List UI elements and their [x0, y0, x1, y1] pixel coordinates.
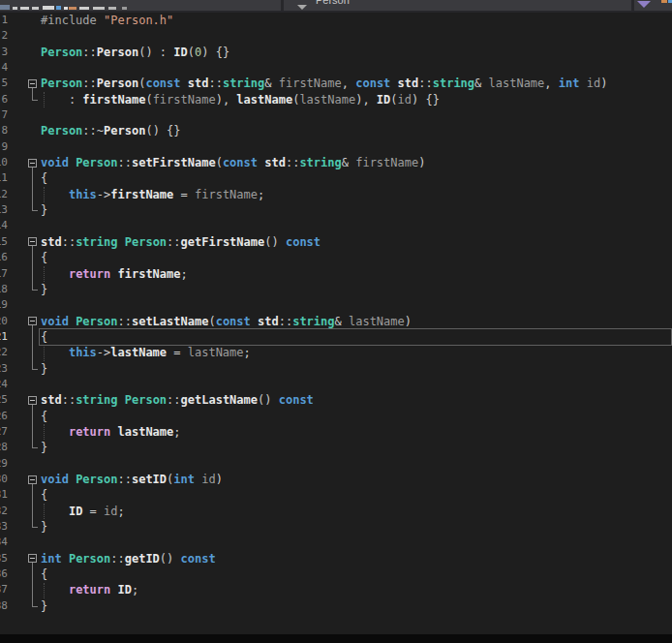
fold-collapse-button[interactable]	[28, 475, 37, 484]
line-number[interactable]: 38	[0, 598, 10, 614]
fold-margin[interactable]	[10, 424, 41, 440]
fold-margin[interactable]	[10, 297, 41, 313]
fold-collapse-button[interactable]	[28, 237, 37, 246]
line-number[interactable]: 24	[0, 377, 10, 392]
line-number[interactable]: 27	[0, 424, 10, 440]
line-number[interactable]: 26	[0, 409, 10, 424]
fold-margin[interactable]	[10, 566, 41, 582]
line-number[interactable]: 36	[0, 566, 10, 582]
code-line[interactable]: 13}	[0, 202, 672, 218]
fold-margin[interactable]	[10, 139, 41, 155]
code-line[interactable]: 16{	[0, 250, 672, 265]
member-dropdown[interactable]	[635, 0, 672, 11]
code-line[interactable]: 25std::string Person::getLastName() cons…	[0, 392, 672, 408]
line-number[interactable]: 30	[0, 472, 10, 487]
line-number[interactable]: 19	[0, 297, 10, 313]
line-number[interactable]: 33	[0, 519, 10, 535]
line-number[interactable]: 20	[0, 314, 10, 329]
fold-margin[interactable]	[10, 107, 41, 123]
code-line[interactable]: 8Person::~Person() {}	[0, 123, 672, 138]
line-number[interactable]: 10	[0, 155, 10, 170]
line-number[interactable]: 11	[0, 170, 10, 186]
code-lines[interactable]: 1#include "Person.h"23Person::Person() :…	[0, 13, 672, 614]
code-line[interactable]: 19	[0, 297, 672, 313]
code-line[interactable]: 24	[0, 377, 672, 392]
fold-margin[interactable]	[10, 187, 41, 202]
line-number[interactable]: 13	[0, 202, 10, 218]
fold-collapse-button[interactable]	[28, 79, 37, 88]
line-number[interactable]: 28	[0, 440, 10, 455]
code-line[interactable]: 34	[0, 535, 672, 550]
fold-margin[interactable]	[10, 345, 41, 360]
code-line[interactable]: 6 : firstName(firstName), lastName(lastN…	[0, 92, 672, 107]
code-line[interactable]: 35int Person::getID() const	[0, 551, 672, 566]
fold-margin[interactable]	[10, 487, 41, 503]
code-line[interactable]: 32 ID = id;	[0, 504, 672, 519]
fold-margin[interactable]	[10, 60, 41, 76]
fold-margin[interactable]	[10, 582, 41, 597]
fold-margin[interactable]	[10, 45, 41, 60]
fold-margin[interactable]	[10, 13, 41, 28]
fold-margin[interactable]	[10, 504, 41, 519]
code-line[interactable]: 5Person::Person(const std::string& first…	[0, 76, 672, 91]
line-number[interactable]: 16	[0, 250, 10, 265]
code-line[interactable]: 21{	[0, 329, 672, 345]
fold-margin[interactable]	[10, 218, 41, 233]
fold-margin[interactable]	[10, 28, 41, 44]
code-line[interactable]: 20void Person::setLastName(const std::st…	[0, 314, 672, 329]
code-line[interactable]: 10void Person::setFirstName(const std::s…	[0, 155, 672, 170]
line-number[interactable]: 9	[0, 139, 10, 155]
line-number[interactable]: 14	[0, 218, 10, 233]
code-line[interactable]: 33}	[0, 519, 672, 535]
code-line[interactable]: 30void Person::setID(int id)	[0, 472, 672, 487]
line-number[interactable]: 1	[0, 13, 10, 28]
code-line[interactable]: 9	[0, 139, 672, 155]
line-number[interactable]: 4	[0, 60, 10, 76]
class-dropdown[interactable]: Person	[290, 0, 629, 11]
line-number[interactable]: 29	[0, 456, 10, 472]
fold-margin[interactable]	[10, 409, 41, 424]
fold-collapse-button[interactable]	[28, 317, 37, 325]
line-number[interactable]: 7	[0, 107, 10, 123]
line-number[interactable]: 23	[0, 361, 10, 377]
line-number[interactable]: 35	[0, 551, 10, 566]
fold-margin[interactable]	[10, 123, 41, 138]
code-line[interactable]: 1#include "Person.h"	[0, 13, 672, 28]
fold-margin[interactable]	[10, 250, 41, 265]
code-line[interactable]: 27 return lastName;	[0, 424, 672, 440]
code-line[interactable]: 18}	[0, 282, 672, 297]
code-line[interactable]: 37 return ID;	[0, 582, 672, 597]
line-number[interactable]: 15	[0, 234, 10, 250]
fold-collapse-button[interactable]	[28, 554, 37, 563]
line-number[interactable]: 21	[0, 329, 10, 345]
code-line[interactable]: 3Person::Person() : ID(0) {}	[0, 45, 672, 60]
code-line[interactable]: 2	[0, 28, 672, 44]
fold-margin[interactable]	[10, 329, 41, 345]
code-line[interactable]: 7	[0, 107, 672, 123]
line-number[interactable]: 34	[0, 535, 10, 550]
code-line[interactable]: 22 this->lastName = lastName;	[0, 345, 672, 360]
code-line[interactable]: 12 this->firstName = firstName;	[0, 187, 672, 202]
code-line[interactable]: 26{	[0, 409, 672, 424]
code-line[interactable]: 15std::string Person::getFirstName() con…	[0, 234, 672, 250]
line-number[interactable]: 5	[0, 76, 10, 91]
fold-collapse-button[interactable]	[28, 396, 37, 405]
line-number[interactable]: 3	[0, 45, 10, 60]
code-line[interactable]: 36{	[0, 566, 672, 582]
line-number[interactable]: 18	[0, 282, 10, 297]
fold-margin[interactable]	[10, 456, 41, 472]
line-number[interactable]: 6	[0, 92, 10, 107]
code-line[interactable]: 17 return firstName;	[0, 266, 672, 282]
line-number[interactable]: 32	[0, 504, 10, 519]
fold-collapse-button[interactable]	[28, 159, 37, 168]
line-number[interactable]: 12	[0, 187, 10, 202]
fold-margin[interactable]	[10, 377, 41, 392]
code-editor[interactable]: 1#include "Person.h"23Person::Person() :…	[0, 13, 672, 634]
line-number[interactable]: 8	[0, 123, 10, 138]
code-line[interactable]: 38}	[0, 598, 672, 614]
line-number[interactable]: 31	[0, 487, 10, 503]
fold-margin[interactable]	[10, 535, 41, 550]
line-number[interactable]: 25	[0, 392, 10, 408]
code-line[interactable]: 14	[0, 218, 672, 233]
code-line[interactable]: 29	[0, 456, 672, 472]
